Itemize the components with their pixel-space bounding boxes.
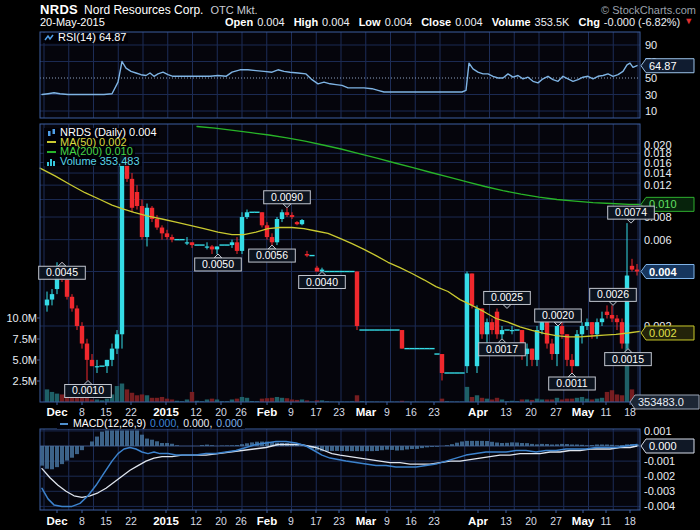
candle (550, 344, 554, 354)
candle (70, 297, 74, 309)
macd-histogram-bar (140, 435, 144, 446)
candle (610, 315, 614, 318)
volume-bar (600, 398, 604, 402)
macd-histogram-bar (445, 445, 449, 446)
candle (355, 272, 359, 326)
candle (230, 242, 234, 245)
stockcharts-chart: NRDS Nord Resources Corp. OTC Mkt. © Sto… (0, 0, 700, 530)
macd-histogram-bar (570, 444, 574, 446)
x-tick-label: 18 (624, 515, 636, 527)
macd-histogram-bar (240, 444, 244, 446)
candle (270, 237, 274, 242)
macd-histogram-bar (120, 431, 124, 447)
macd-histogram-bar (575, 444, 579, 446)
volume-bar (130, 393, 134, 402)
x-tick-label: 18 (624, 406, 636, 418)
volume-bar (120, 384, 124, 402)
macd-histogram-bar (130, 431, 134, 447)
volume-bar (265, 398, 269, 402)
x-tick-label: 23 (333, 515, 345, 527)
candle (45, 300, 49, 306)
x-tick-label: 8 (79, 406, 85, 418)
macd-histogram-bar (95, 437, 99, 446)
svg-text:0.0020: 0.0020 (542, 309, 574, 321)
x-tick-label: 20 (525, 515, 537, 527)
candle (400, 330, 404, 349)
volume-bar (70, 398, 74, 402)
x-tick-label: 26 (235, 515, 247, 527)
macd-histogram-bar (110, 431, 114, 447)
macd-histogram-bar (480, 441, 484, 446)
macd-histogram-bar (430, 446, 434, 447)
x-tick-label: 2015 (153, 515, 179, 527)
x-tick-label: 16 (405, 515, 417, 527)
x-tick-label: 11 (601, 406, 612, 418)
rsi-axis-label: 30 (645, 89, 657, 101)
macd-value-3: 0.000 (216, 419, 242, 429)
macd-histogram-bar (605, 444, 609, 446)
svg-text:353483.0: 353483.0 (638, 396, 684, 408)
macd-histogram-bar (505, 443, 509, 446)
macd-histogram-bar (395, 446, 399, 451)
macd-histogram-bar (495, 443, 499, 446)
macd-axis-label: 0.001 (644, 425, 672, 437)
macd-histogram-bar (170, 444, 174, 446)
x-tick-label: 11 (601, 515, 612, 527)
macd-legend-label: MACD(12,26,9) (73, 419, 146, 429)
macd-histogram-bar (565, 444, 569, 446)
candle (530, 349, 534, 360)
volume-bar (115, 386, 119, 402)
macd-histogram-bar (75, 446, 79, 454)
svg-text:0.0074: 0.0074 (615, 206, 647, 218)
macd-histogram-bar (245, 443, 249, 446)
macd-histogram-bar (490, 442, 494, 446)
svg-text:0.0026: 0.0026 (597, 288, 629, 300)
x-tick-label: 13 (500, 515, 512, 527)
macd-histogram-bar (550, 444, 554, 446)
candle (105, 360, 109, 366)
volume-axis-label: 7.5M (13, 333, 37, 345)
candle (490, 322, 494, 330)
x-tick-label: 22 (125, 515, 137, 527)
x-tick-label: May (572, 406, 595, 418)
x-tick-label: May (572, 515, 595, 527)
volume-bar (160, 397, 164, 402)
macd-histogram-bar (235, 445, 239, 446)
volume-bar (495, 398, 499, 402)
candle (470, 274, 474, 306)
ma200-dash-icon (46, 148, 57, 156)
candle (635, 270, 639, 272)
volume-bar (580, 397, 584, 402)
macd-histogram-bar (90, 441, 94, 446)
candle (595, 322, 599, 334)
candle (565, 334, 569, 360)
volume-bar (555, 398, 559, 402)
x-tick-label: 22 (125, 406, 137, 418)
volume-bar (125, 389, 129, 402)
candle (140, 206, 144, 237)
macd-histogram-bar (470, 441, 474, 446)
macd-histogram-bar (540, 444, 544, 446)
candle (185, 242, 189, 243)
x-tick-label: 15 (100, 515, 112, 527)
svg-text:0.0011: 0.0011 (556, 377, 587, 389)
rsi-axis-label: 50 (645, 72, 657, 84)
macd-histogram-bar (105, 431, 109, 447)
macd-histogram-bar (580, 445, 584, 446)
volume-bar (465, 387, 469, 402)
macd-histogram-bar (385, 446, 389, 450)
candle (480, 308, 484, 334)
candle (535, 330, 539, 360)
candle (235, 242, 239, 251)
volume-bar (280, 398, 284, 402)
volume-bar (270, 398, 274, 402)
candle (630, 266, 634, 270)
x-tick-label: 27 (550, 406, 562, 418)
candle (305, 254, 309, 256)
macd-histogram-bar (420, 446, 424, 448)
candle (465, 274, 469, 367)
x-tick-label: Mar (356, 515, 377, 527)
volume-bar (45, 389, 49, 402)
candle (215, 246, 219, 249)
candle (65, 280, 69, 297)
